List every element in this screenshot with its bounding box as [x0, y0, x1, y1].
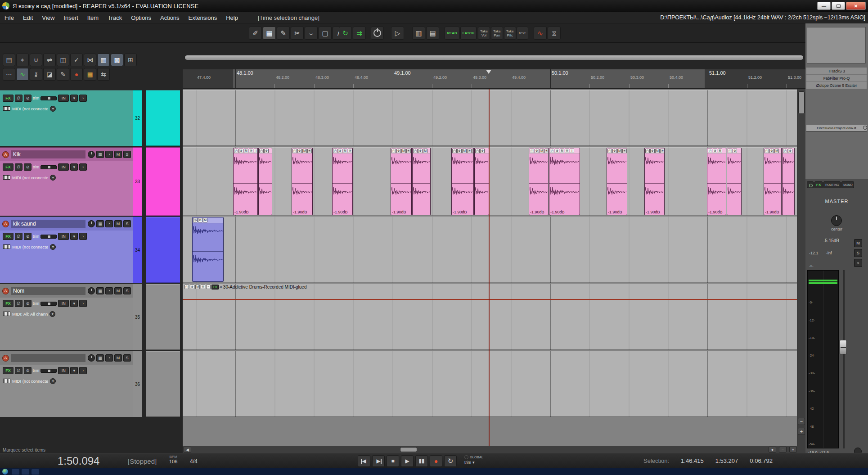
fx-button[interactable]: FX [3, 163, 13, 171]
notes-icon[interactable]: ✉ [348, 149, 352, 153]
glue-tool-icon[interactable]: ⌣ [305, 27, 318, 40]
media-item[interactable]: ◷⊘M [192, 217, 224, 282]
clock-icon[interactable]: ◷ [184, 285, 189, 289]
track-name-field[interactable]: Nom [11, 287, 85, 295]
track-lane[interactable] [183, 217, 797, 283]
master-pan-knob[interactable] [831, 215, 842, 226]
input-button[interactable]: IN [58, 233, 69, 240]
track-color-strip[interactable] [146, 284, 180, 350]
automation-read-button[interactable]: READ [445, 27, 459, 40]
lock-icon[interactable]: ⊘ [264, 149, 269, 153]
clock-icon[interactable]: ◷ [765, 149, 769, 153]
solo-button[interactable]: S [123, 151, 131, 158]
envelope-line[interactable] [183, 299, 797, 300]
track-color-strip[interactable] [146, 147, 180, 216]
media-item[interactable]: ◷⊘M✉i -1.90dB [451, 148, 474, 215]
clock-icon[interactable]: ◷ [708, 149, 712, 153]
lock-icon[interactable]: ⊘ [650, 149, 655, 153]
glued-item-label-row[interactable]: ◷⊘M✉≡FX«30-Addictive Drums-Recorded MIDI… [184, 284, 306, 290]
track-panel[interactable]: A kik saund ▦ ◔ M S FX ∅ ⊘ trim IN ▾ › M… [0, 217, 133, 283]
track-name-field[interactable]: Kik [11, 150, 85, 158]
fx-bypass-button[interactable]: ⊘ [24, 95, 31, 102]
pause-button[interactable]: ▮▮ [415, 455, 428, 467]
routing-button[interactable]: ▦ [96, 220, 104, 227]
track-color-strip[interactable] [146, 351, 180, 417]
lock-icon[interactable]: ⊘ [198, 218, 202, 222]
record-arm-button[interactable]: A [2, 355, 9, 362]
phase-button[interactable]: ∅ [15, 233, 22, 240]
take-pan-button[interactable]: TakePan [491, 27, 503, 40]
media-item[interactable]: ◷⊘ [727, 148, 742, 215]
mute-button[interactable]: M [114, 354, 122, 362]
vertical-scroll-thumb[interactable] [798, 91, 805, 114]
fx-chain-box[interactable] [807, 27, 866, 63]
mute-icon[interactable]: M [774, 149, 779, 153]
notes-icon[interactable]: ✉ [406, 149, 411, 153]
info-icon[interactable]: i [411, 149, 412, 153]
clock-icon[interactable]: ◷ [259, 149, 264, 153]
lock-icon[interactable]: ⊘ [190, 285, 194, 289]
fx-button[interactable]: FX [3, 300, 13, 307]
media-item[interactable]: ◷⊘M -1.90dB [707, 148, 726, 215]
mute-icon[interactable]: M [302, 149, 307, 153]
media-item[interactable]: ◷⊘ [782, 148, 795, 215]
global-automation-control[interactable]: GLOBAL trim▾ [464, 455, 483, 465]
media-item[interactable]: ◷⊘M -1.90dB [764, 148, 782, 215]
time-signature[interactable]: 4/4 [190, 458, 198, 465]
master-fader-track[interactable] [843, 270, 845, 448]
trim-fader[interactable] [40, 235, 57, 239]
trim-fader[interactable] [40, 302, 57, 306]
notes-icon[interactable]: ✉ [201, 285, 205, 289]
fx-button[interactable]: FX [3, 233, 13, 240]
mute-icon[interactable]: M [423, 149, 427, 153]
master-trim-button[interactable]: ≈ [854, 259, 862, 267]
master-fx-slot[interactable]: FabFilter Pro-Q [806, 75, 867, 82]
mute-icon[interactable]: M [560, 149, 564, 153]
lock-icon[interactable]: ⊘ [612, 149, 617, 153]
track-lane[interactable] [183, 147, 797, 216]
item-button-row[interactable]: ◷⊘M✉i [234, 148, 257, 154]
lock-icon[interactable]: ⊘ [769, 149, 774, 153]
lock-icon[interactable]: ⊘ [555, 149, 559, 153]
item-button-row[interactable]: ◷⊘M✉i [452, 148, 473, 154]
clock-icon[interactable]: ◷ [645, 149, 650, 153]
track-name-field[interactable] [11, 354, 85, 362]
media-item[interactable]: ◷⊘M✉i -1.90dB [391, 148, 412, 215]
grid-edit-icon[interactable]: ▦ [263, 27, 276, 40]
master-mono-button[interactable]: MONO [841, 181, 854, 188]
notes-icon[interactable]: ✉ [307, 149, 312, 153]
track-lane[interactable] [183, 351, 797, 417]
clock-icon[interactable]: ◷ [234, 149, 238, 153]
track-panel[interactable]: A Nom ▦ ◔ M S FX ∅ ⊘ trim IN ▾ › MIDI: A… [0, 284, 133, 350]
fx-button[interactable]: FX [3, 367, 13, 374]
clock-icon[interactable]: ◷ [728, 149, 732, 153]
fx-bypass-button[interactable]: ⊘ [24, 300, 31, 307]
envelope-button[interactable]: ◔ [105, 220, 113, 227]
bpm-readout[interactable]: BPM 106 [169, 455, 177, 464]
pencil-tool-icon[interactable]: ✎ [277, 27, 290, 40]
lock-icon[interactable]: ⊘ [480, 149, 485, 153]
item-button-row[interactable]: ◷⊘ [727, 148, 741, 154]
solo-button[interactable]: S [123, 220, 131, 227]
mute-icon[interactable]: M [655, 149, 660, 153]
mixer-view-icon[interactable]: ▤ [426, 27, 439, 40]
item-button-row[interactable]: ◷⊘M✉i [607, 148, 627, 154]
transport-time-readout[interactable]: 1:50.094 [58, 455, 99, 467]
input-dropdown-button[interactable]: ▾ [70, 163, 78, 171]
preview-play-icon[interactable]: ▷ [391, 27, 404, 40]
repeat-toggle-icon[interactable]: ↻ [339, 27, 352, 40]
lock-icon[interactable]: ⊘ [297, 149, 302, 153]
marquee-tool-icon[interactable]: ▢ [319, 27, 332, 40]
clock-icon[interactable]: ◷ [783, 149, 787, 153]
monitor-button[interactable]: › [79, 95, 87, 102]
clock-icon[interactable]: ◷ [475, 149, 480, 153]
envelope-button[interactable]: ◔ [105, 354, 113, 362]
fx-bypass-button[interactable]: ⊘ [24, 367, 31, 374]
take-pitch-button[interactable]: TakePitc [504, 27, 516, 40]
item-button-row[interactable]: ◷⊘ [783, 148, 794, 154]
menu-extensions[interactable]: Extensions [184, 14, 222, 21]
item-button-row[interactable]: ◷⊘ [475, 148, 489, 154]
media-item[interactable]: ◷⊘M✉i -1.90dB [292, 148, 313, 215]
pan-knob[interactable] [88, 287, 95, 294]
mute-icon[interactable]: M [244, 149, 248, 153]
